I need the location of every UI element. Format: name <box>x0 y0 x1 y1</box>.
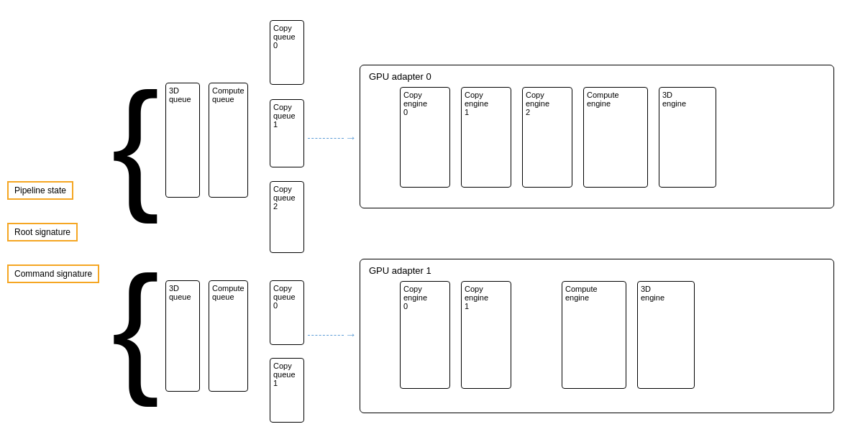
diagram-container: Pipeline state Root signature Command si… <box>0 0 868 442</box>
gpu0-compute-engine: Computeengine <box>583 87 648 188</box>
adapter0-copy-queue-0: Copyqueue0 <box>270 20 304 85</box>
brace-top: { <box>111 72 160 216</box>
adapter1-copy-queue-1: Copyqueue1 <box>270 358 304 423</box>
gpu0-copy-engine-2: Copyengine2 <box>522 87 572 188</box>
root-signature-label: Root signature <box>7 223 78 241</box>
adapter0-copy-queue-2: Copyqueue2 <box>270 181 304 253</box>
command-signature-label: Command signature <box>7 264 99 283</box>
gpu1-compute-engine: Computeengine <box>562 281 626 389</box>
adapter1-copy-queue-0: Copyqueue0 <box>270 280 304 345</box>
gpu-adapter-0: GPU adapter 0 Copyengine0 Copyengine1 Co… <box>360 65 834 208</box>
gpu0-copy-engine-1: Copyengine1 <box>461 87 511 188</box>
gpu1-3d-engine: 3Dengine <box>637 281 695 389</box>
adapter1-3d-queue: 3Dqueue <box>165 280 200 392</box>
gpu0-copy-engine-0: Copyengine0 <box>400 87 450 188</box>
pipeline-state-label: Pipeline state <box>7 181 73 200</box>
gpu1-copy-engine-0: Copyengine0 <box>400 281 450 389</box>
adapter0-compute-queue: Computequeue <box>209 83 248 198</box>
gpu1-copy-engine-1: Copyengine1 <box>461 281 511 389</box>
arrow-bottom: → <box>308 328 358 341</box>
gpu0-3d-engine: 3Dengine <box>659 87 716 188</box>
adapter0-3d-queue: 3Dqueue <box>165 83 200 198</box>
gpu-adapter-1-title: GPU adapter 1 <box>369 265 431 276</box>
gpu-adapter-0-title: GPU adapter 0 <box>369 71 431 82</box>
adapter1-compute-queue: Computequeue <box>209 280 248 392</box>
adapter0-copy-queue-1: Copyqueue1 <box>270 99 304 167</box>
arrow-top: → <box>308 132 358 144</box>
brace-bottom: { <box>111 255 160 399</box>
gpu-adapter-1: GPU adapter 1 Copyengine0 Copyengine1 Co… <box>360 259 834 413</box>
